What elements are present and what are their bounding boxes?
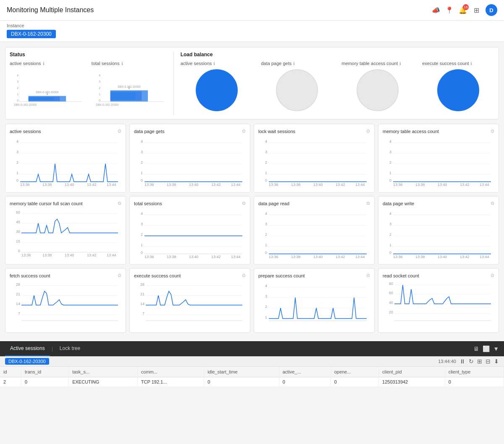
svg-text:1: 1 bbox=[265, 243, 267, 247]
pause-icon[interactable]: ⏸ bbox=[459, 358, 465, 365]
panel-expand-12[interactable]: ⊙ bbox=[491, 273, 494, 278]
instance-selector[interactable]: DBX-0-162-20300 bbox=[7, 30, 56, 38]
svg-text:45: 45 bbox=[16, 220, 20, 224]
svg-text:0: 0 bbox=[141, 178, 143, 183]
svg-text:1: 1 bbox=[265, 315, 267, 319]
svg-text:13:40: 13:40 bbox=[438, 183, 447, 187]
bottom-tabs-bar: Active sessions | Lock tree 🖥 ⬜ ▼ bbox=[0, 341, 504, 356]
svg-text:0: 0 bbox=[389, 251, 391, 255]
svg-text:13:44: 13:44 bbox=[107, 253, 116, 257]
monitor-icon[interactable]: 🖥 bbox=[473, 345, 479, 352]
table-instance-tag[interactable]: DBX-0-162-20300 bbox=[5, 358, 49, 365]
svg-text:13:40: 13:40 bbox=[189, 183, 199, 187]
svg-text:7: 7 bbox=[142, 311, 144, 316]
info-icon[interactable]: ℹ bbox=[43, 61, 45, 66]
svg-text:13:36: 13:36 bbox=[20, 183, 30, 187]
columns-icon[interactable]: ⊞ bbox=[477, 358, 482, 365]
status-load-section: Status active sessions ℹ 4 3 2 1 0 bbox=[5, 47, 499, 120]
svg-text:0: 0 bbox=[99, 99, 100, 102]
svg-text:13:36: 13:36 bbox=[393, 183, 403, 187]
svg-text:13:36: 13:36 bbox=[393, 255, 403, 259]
info-icon-2[interactable]: ℹ bbox=[121, 61, 123, 66]
sessions-table: id trans_id task_s... comm... idle_start… bbox=[0, 367, 504, 387]
panel-title-dpg: data page gets ⊙ bbox=[134, 128, 246, 134]
panel-expand-10[interactable]: ⊙ bbox=[242, 273, 246, 278]
cell-task-s: EXECUTING bbox=[69, 377, 138, 387]
memory-table-access-chart: 4 3 2 1 0 13:36 13:38 13:40 13:42 13:44 bbox=[383, 136, 494, 187]
chevron-down-icon[interactable]: ▼ bbox=[493, 345, 499, 352]
svg-text:3: 3 bbox=[16, 150, 18, 154]
panel-expand-2[interactable]: ⊙ bbox=[242, 128, 246, 134]
svg-text:2: 2 bbox=[99, 86, 100, 89]
filter-icon[interactable]: ⊟ bbox=[486, 358, 491, 365]
svg-text:13:44: 13:44 bbox=[231, 183, 241, 187]
bell-icon[interactable]: 🔔 16 bbox=[459, 6, 467, 14]
panel-expand-5[interactable]: ⊙ bbox=[118, 201, 121, 206]
svg-text:20: 20 bbox=[389, 310, 393, 314]
svg-text:13:44: 13:44 bbox=[355, 183, 365, 187]
panels-row2: memory table cursor full scan count ⊙ 60… bbox=[5, 196, 499, 265]
svg-text:13:36: 13:36 bbox=[269, 183, 278, 187]
svg-text:13:38: 13:38 bbox=[42, 183, 52, 187]
svg-text:0: 0 bbox=[141, 251, 143, 255]
data-page-write-chart: 4 3 2 1 0 13:36 13:38 13:40 13:42 13:44 bbox=[383, 209, 494, 259]
header: Monitoring Multiple Instances 📣 📍 🔔 16 ⊞… bbox=[0, 0, 504, 21]
instance-label: Instance bbox=[7, 23, 497, 28]
megaphone-icon[interactable]: 📣 bbox=[432, 6, 440, 14]
bottom-tab-icons: 🖥 ⬜ ▼ bbox=[473, 345, 499, 352]
svg-text:13:38: 13:38 bbox=[291, 183, 301, 187]
col-task-s: task_s... bbox=[69, 367, 138, 377]
lb-info-2[interactable]: ℹ bbox=[293, 61, 295, 66]
panel-expand-6[interactable]: ⊙ bbox=[242, 201, 246, 206]
lb-title-4: execute success count ℹ bbox=[422, 61, 494, 66]
table-header-bar: DBX-0-162-20300 13:44:40 ⏸ ↻ ⊞ ⊟ ⬇ bbox=[0, 356, 504, 367]
panel-title-dpw: data page write ⊙ bbox=[383, 201, 494, 206]
avatar[interactable]: D bbox=[486, 4, 497, 16]
cell-client-type: 0 bbox=[445, 377, 504, 387]
execute-success-chart: 28 21 14 7 bbox=[134, 281, 246, 327]
panel-expand-7[interactable]: ⊙ bbox=[366, 201, 370, 206]
tab-active-sessions[interactable]: Active sessions bbox=[5, 341, 50, 356]
lb-info-3[interactable]: ℹ bbox=[399, 61, 401, 66]
cell-idle-start-time: 0 bbox=[204, 377, 279, 387]
svg-text:0: 0 bbox=[18, 249, 20, 253]
svg-text:1: 1 bbox=[17, 93, 18, 96]
svg-text:28: 28 bbox=[140, 282, 144, 287]
panel-title-psc: prepare success count ⊙ bbox=[258, 273, 370, 278]
download-icon[interactable]: ⬇ bbox=[494, 358, 499, 365]
panel-expand-8[interactable]: ⊙ bbox=[491, 201, 494, 206]
panel-icon[interactable]: ⬜ bbox=[483, 345, 490, 352]
lock-wait-chart: 4 3 2 1 0 13:36 13:38 13:40 13:42 13:44 bbox=[258, 136, 370, 187]
svg-text:30: 30 bbox=[16, 230, 20, 234]
cell-comm: TCP 192.1... bbox=[137, 377, 204, 387]
svg-text:13:38: 13:38 bbox=[42, 253, 52, 257]
panel-expand-3[interactable]: ⊙ bbox=[366, 128, 370, 134]
lb-info-4[interactable]: ℹ bbox=[470, 61, 472, 66]
svg-text:DBX-0-162-20300: DBX-0-162-20300 bbox=[14, 103, 37, 106]
svg-text:2: 2 bbox=[389, 232, 391, 237]
cell-active: 0 bbox=[279, 377, 331, 387]
svg-text:3: 3 bbox=[17, 80, 18, 83]
panel-expand-4[interactable]: ⊙ bbox=[491, 128, 494, 134]
lb-circle-data-page bbox=[276, 69, 318, 111]
total-sessions-mini: total sessions ℹ 4 3 2 1 0 2 D bbox=[92, 61, 167, 115]
svg-text:21: 21 bbox=[140, 292, 144, 296]
panel-expand-1[interactable]: ⊙ bbox=[118, 128, 121, 134]
lb-info-1[interactable]: ℹ bbox=[213, 61, 215, 66]
load-balance-title: Load balance bbox=[181, 52, 494, 57]
lb-active-sessions: active sessions ℹ bbox=[181, 61, 253, 111]
grid-icon[interactable]: ⊞ bbox=[472, 6, 480, 14]
cell-client-pid: 1250313942 bbox=[379, 377, 445, 387]
panel-expand-9[interactable]: ⊙ bbox=[118, 273, 121, 278]
data-page-gets-chart: 4 3 2 1 0 13:36 13:38 13:40 13:42 13:44 bbox=[134, 136, 246, 187]
refresh-icon[interactable]: ↻ bbox=[469, 358, 474, 365]
svg-text:4: 4 bbox=[265, 139, 267, 144]
svg-text:4: 4 bbox=[17, 74, 18, 77]
tab-lock-tree[interactable]: Lock tree bbox=[55, 341, 85, 356]
location-icon[interactable]: 📍 bbox=[445, 6, 454, 14]
panel-expand-11[interactable]: ⊙ bbox=[366, 273, 370, 278]
panel-title-lws: lock wait sessions ⊙ bbox=[258, 128, 370, 134]
svg-text:4: 4 bbox=[265, 284, 267, 288]
instance-bar: Instance DBX-0-162-20300 bbox=[0, 21, 504, 42]
panel-title-mtcfsc: memory table cursor full scan count ⊙ bbox=[10, 201, 121, 206]
